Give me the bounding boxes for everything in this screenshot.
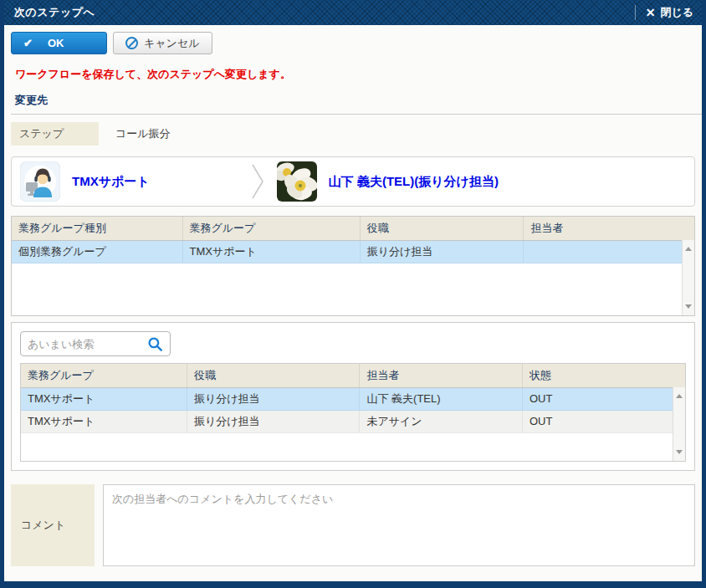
dialog-toolbar: ✔ OK キャンセル xyxy=(4,25,702,54)
cancel-icon xyxy=(125,37,138,49)
chevron-right-icon xyxy=(250,162,265,201)
cancel-button[interactable]: キャンセル xyxy=(113,32,212,54)
section-divider xyxy=(11,114,702,115)
step-value: コール振分 xyxy=(115,126,171,141)
step-label: ステップ xyxy=(11,122,99,146)
scroll-down-icon[interactable] xyxy=(685,304,692,309)
table-row[interactable]: TMXサポート 振り分け担当 山下 義夫(TEL) OUT xyxy=(21,387,685,410)
dialog-titlebar: 次のステップへ ✕ 閉じる xyxy=(4,0,702,25)
current-assignment-table: 業務グループ種別 業務グループ 役職 担当者 個別業務グループ TMXサポート … xyxy=(11,216,695,316)
search-icon[interactable] xyxy=(147,336,163,352)
dialog-title: 次のステップへ xyxy=(14,5,95,20)
route-from-name: TMXサポート xyxy=(72,174,150,190)
comment-input[interactable] xyxy=(103,484,695,566)
fuzzy-search-box[interactable] xyxy=(20,331,171,356)
assignee-picker-panel: 業務グループ 役職 担当者 状態 TMXサポート 振り分け担当 山下 義夫(TE… xyxy=(11,322,695,471)
cancel-label: キャンセル xyxy=(144,36,200,51)
close-label: 閉じる xyxy=(660,5,693,20)
section-title: 変更先 xyxy=(15,93,691,108)
table-header-row: 業務グループ種別 業務グループ 役職 担当者 xyxy=(12,217,694,240)
table-cell: TMXサポート xyxy=(182,240,360,263)
comment-section: コメント xyxy=(11,484,695,566)
column-header: 業務グループ xyxy=(182,217,360,240)
table-cell xyxy=(524,240,694,263)
table-cell: 山下 義夫(TEL) xyxy=(360,387,523,410)
route-to-name: 山下 義夫(TEL)(振り分け担当) xyxy=(329,174,499,190)
scroll-up-icon[interactable] xyxy=(685,247,692,251)
route-panel: TMXサポート 山下 義夫(TEL)(振り分け担当) xyxy=(11,156,695,207)
flower-photo-avatar xyxy=(277,161,317,202)
comment-label: コメント xyxy=(11,484,95,566)
table-cell: TMXサポート xyxy=(21,410,187,432)
step-field: ステップ コール振分 xyxy=(11,122,695,146)
titlebar-separator xyxy=(635,5,636,20)
table-row[interactable]: TMXサポート 振り分け担当 未アサイン OUT xyxy=(21,410,685,432)
table-cell: 振り分け担当 xyxy=(187,410,360,432)
vertical-scrollbar[interactable] xyxy=(682,240,694,315)
check-icon: ✔ xyxy=(23,37,33,49)
table-header-row: 業務グループ 役職 担当者 状態 xyxy=(21,364,685,387)
close-button[interactable]: ✕ 閉じる xyxy=(646,5,693,20)
candidate-table: 業務グループ 役職 担当者 状態 TMXサポート 振り分け担当 山下 義夫(TE… xyxy=(20,363,686,462)
close-icon: ✕ xyxy=(646,6,656,19)
table-cell: 振り分け担当 xyxy=(360,240,524,263)
column-header: 業務グループ種別 xyxy=(12,217,182,240)
scroll-down-icon[interactable] xyxy=(676,450,683,454)
table-cell: 未アサイン xyxy=(360,410,523,432)
warning-message: ワークフローを保存して、次のステップへ変更します。 xyxy=(15,67,691,82)
status-cell: OUT xyxy=(522,387,685,410)
column-header: 状態 xyxy=(522,364,685,387)
search-input[interactable] xyxy=(28,338,147,350)
scroll-up-icon[interactable] xyxy=(676,394,683,398)
column-header: 役職 xyxy=(187,364,360,387)
status-cell: OUT xyxy=(522,410,685,432)
column-header: 役職 xyxy=(360,217,524,240)
column-header: 担当者 xyxy=(524,217,694,240)
vertical-scrollbar[interactable] xyxy=(673,387,685,461)
support-agent-avatar-icon xyxy=(20,161,60,202)
column-header: 担当者 xyxy=(360,364,523,387)
next-step-dialog: 次のステップへ ✕ 閉じる ✔ OK キャンセル ワークフローを保存して、次のス… xyxy=(0,0,706,588)
table-row[interactable]: 個別業務グループ TMXサポート 振り分け担当 xyxy=(12,240,694,263)
table-cell: TMXサポート xyxy=(21,387,187,410)
table-cell: 振り分け担当 xyxy=(187,387,360,410)
ok-button[interactable]: ✔ OK xyxy=(11,32,107,54)
ok-label: OK xyxy=(48,37,64,49)
column-header: 業務グループ xyxy=(21,364,187,387)
table-cell: 個別業務グループ xyxy=(12,240,182,263)
